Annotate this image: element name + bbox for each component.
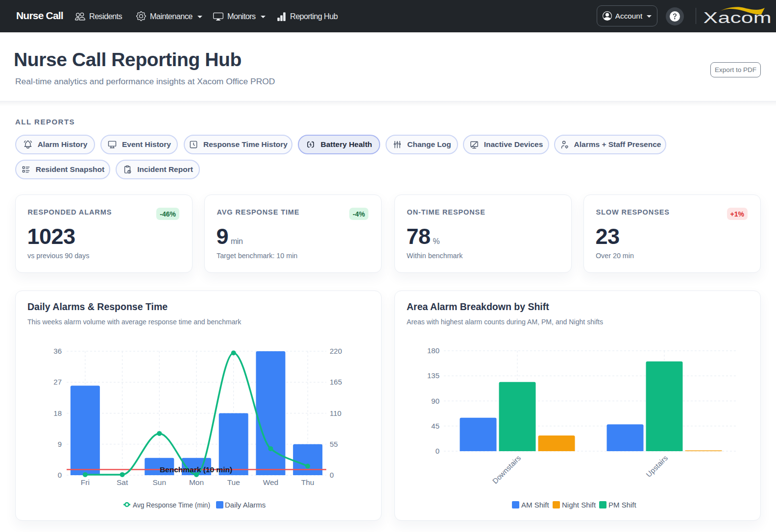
svg-text:Xacom: Xacom [704, 9, 772, 26]
svg-text:55: 55 [330, 440, 338, 448]
svg-text:Sat: Sat [117, 478, 128, 486]
svg-text:Daily Alarms: Daily Alarms [225, 501, 266, 509]
svg-text:0: 0 [58, 471, 62, 479]
svg-text:PM Shift: PM Shift [608, 501, 637, 509]
svg-text:220: 220 [330, 347, 342, 355]
svg-text:9: 9 [58, 440, 62, 448]
svg-text:180: 180 [427, 346, 439, 355]
svg-text:Thu: Thu [301, 478, 315, 486]
svg-text:135: 135 [427, 371, 439, 380]
svg-text:27: 27 [53, 378, 62, 386]
svg-text:110: 110 [330, 409, 341, 417]
svg-text:Benchmark (10 min): Benchmark (10 min) [160, 465, 232, 474]
svg-text:Wed: Wed [263, 478, 279, 486]
svg-text:Avg Response Time (min): Avg Response Time (min) [133, 501, 210, 509]
svg-text:Mon: Mon [189, 478, 204, 486]
svg-text:0: 0 [330, 471, 334, 479]
svg-text:36: 36 [53, 347, 62, 355]
svg-text:165: 165 [330, 378, 342, 386]
svg-text:Downstairs: Downstairs [491, 454, 522, 485]
svg-text:Upstairs: Upstairs [644, 454, 669, 479]
svg-text:Night Shift: Night Shift [562, 501, 596, 509]
svg-text:AM Shift: AM Shift [521, 501, 550, 509]
svg-text:45: 45 [431, 422, 439, 430]
svg-text:90: 90 [431, 397, 439, 405]
svg-text:18: 18 [53, 409, 62, 417]
svg-text:Sun: Sun [152, 478, 166, 486]
svg-text:Fri: Fri [81, 478, 90, 486]
svg-text:0: 0 [436, 447, 439, 455]
svg-text:Tue: Tue [227, 478, 240, 486]
